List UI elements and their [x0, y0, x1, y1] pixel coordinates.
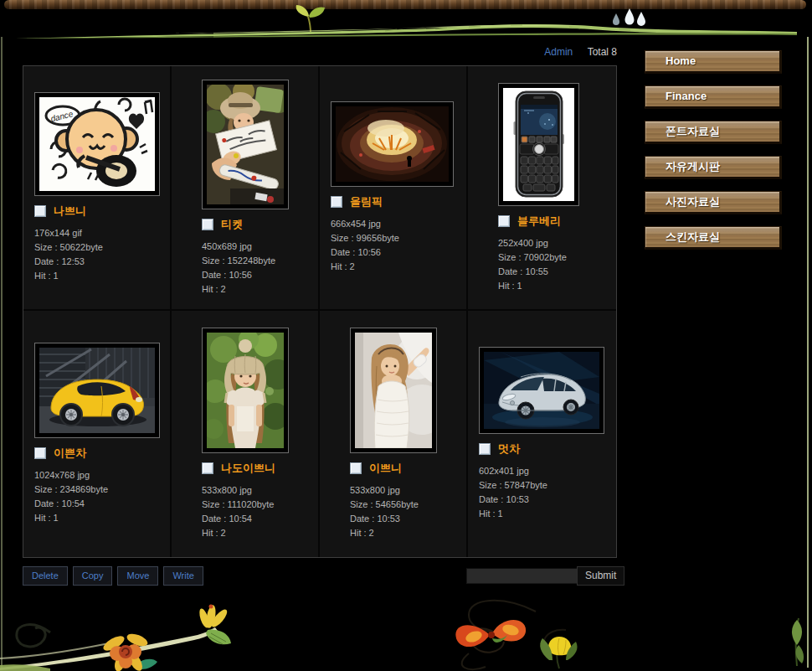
item-hit: Hit : 1	[34, 269, 103, 283]
item-size: Size : 152248byte	[202, 254, 275, 268]
item-info: 1024x768 jpg Size : 234869byte Date : 10…	[34, 468, 108, 525]
gallery-cell: 올림픽 666x454 jpg Size : 99656byte Date : …	[320, 66, 468, 311]
page: Admin Total 8 Home Finance 폰트자료실 자유게시판 사…	[0, 0, 812, 671]
item-title-row: 티켓	[202, 217, 243, 232]
item-date: Date : 10:54	[34, 497, 108, 511]
sidebar-item-font-archive[interactable]: 폰트자료실	[645, 121, 782, 144]
item-date: Date : 12:53	[34, 255, 103, 269]
item-checkbox[interactable]	[34, 447, 46, 459]
item-info: 252x400 jpg Size : 70902byte Date : 10:5…	[498, 236, 567, 293]
item-info: 450x689 jpg Size : 152248byte Date : 10:…	[202, 240, 275, 297]
girl-knit-hat-image	[207, 333, 284, 448]
item-date: Date : 10:56	[331, 245, 399, 260]
gallery-cell: 멋차 602x401 jpg Size : 57847byte Date : 1…	[468, 311, 616, 557]
sidebar-item-photo-archive[interactable]: 사진자료실	[645, 191, 782, 214]
grass-decoration	[0, 21, 812, 41]
item-title-link[interactable]: 나도이쁘니	[221, 461, 275, 476]
item-checkbox[interactable]	[479, 443, 491, 455]
gallery-cell: 나도이쁘니 533x800 jpg Size : 111020byte Date…	[172, 311, 320, 557]
item-info: 533x800 jpg Size : 111020byte Date : 10:…	[202, 483, 274, 540]
sidebar-item-free-board[interactable]: 자유게시판	[645, 156, 782, 179]
item-hit: Hit : 1	[498, 279, 567, 293]
item-title-row: 나쁘니	[34, 204, 86, 219]
item-date: Date : 10:53	[479, 493, 547, 507]
silver-van-image	[484, 352, 599, 429]
girl-white-dress-image	[355, 333, 432, 448]
item-dimensions: 176x144 gif	[34, 226, 103, 240]
left-edge-line	[1, 37, 3, 668]
gallery-cell: 이쁜차 1024x768 jpg Size : 234869byte Date …	[23, 311, 172, 557]
thumbnail-girl-white-dress[interactable]	[350, 328, 437, 453]
olympic-stadium-image	[336, 106, 449, 182]
thumbnail-girl-knit-hat[interactable]	[202, 328, 289, 453]
thumbnail-yellow-car[interactable]	[34, 343, 160, 438]
ticket-girl-image	[207, 85, 284, 204]
item-date: Date : 10:56	[202, 268, 275, 282]
item-dimensions: 252x400 jpg	[498, 236, 567, 250]
write-button[interactable]: Write	[163, 566, 203, 586]
submit-button[interactable]: Submit	[577, 566, 624, 586]
item-hit: Hit : 1	[479, 507, 547, 521]
blackberry-phone-image	[503, 88, 574, 201]
thumbnail-silver-van[interactable]	[479, 347, 604, 434]
water-drop-icon	[609, 7, 650, 32]
item-checkbox[interactable]	[202, 462, 213, 474]
item-title-link[interactable]: 나쁘니	[54, 204, 86, 219]
item-title-link[interactable]: 이쁘니	[369, 461, 402, 476]
thumbnail-ticket-girl[interactable]	[202, 80, 289, 209]
sidebar: Home Finance 폰트자료실 자유게시판 사진자료실 스킨자료실	[645, 50, 782, 261]
item-title-row: 올림픽	[331, 194, 383, 209]
item-title-row: 이쁘니	[350, 461, 402, 476]
item-checkbox[interactable]	[498, 215, 510, 227]
item-info: 533x800 jpg Size : 54656byte Date : 10:5…	[350, 483, 419, 540]
admin-link[interactable]: Admin	[544, 46, 573, 58]
item-size: Size : 70902byte	[498, 250, 567, 265]
item-size: Size : 99656byte	[331, 231, 399, 245]
item-dimensions: 533x800 jpg	[350, 483, 419, 498]
action-bar: Delete Copy Move Write	[23, 566, 208, 586]
item-title-link[interactable]: 이쁜차	[54, 446, 86, 461]
copy-button[interactable]: Copy	[73, 566, 113, 586]
item-hit: Hit : 2	[350, 526, 419, 540]
yellow-car-image	[39, 348, 155, 433]
list-header: Admin Total 8	[23, 46, 617, 58]
thumbnail-blackberry-phone[interactable]	[498, 83, 579, 206]
item-title-link[interactable]: 티켓	[221, 217, 243, 232]
item-checkbox[interactable]	[202, 219, 213, 230]
sidebar-item-finance[interactable]: Finance	[645, 85, 782, 109]
item-title-row: 블루베리	[498, 214, 561, 229]
gallery-cell: dance	[23, 66, 172, 311]
monkey-cartoon-image: dance	[39, 97, 155, 191]
sidebar-item-skin-archive[interactable]: 스킨자료실	[645, 226, 782, 250]
item-title-link[interactable]: 블루베리	[517, 214, 561, 229]
delete-button[interactable]: Delete	[23, 566, 68, 586]
item-size: Size : 50622byte	[34, 240, 103, 255]
item-title-link[interactable]: 올림픽	[350, 194, 383, 209]
item-title-row: 나도이쁘니	[202, 461, 275, 476]
item-title-link[interactable]: 멋차	[498, 441, 520, 457]
item-hit: Hit : 2	[331, 260, 399, 274]
flower-branch-decoration	[0, 586, 812, 671]
item-date: Date : 10:53	[350, 512, 419, 526]
thumbnail-olympic-stadium[interactable]	[331, 101, 454, 187]
item-title-row: 멋차	[479, 441, 520, 457]
item-hit: Hit : 2	[202, 282, 275, 297]
item-checkbox[interactable]	[350, 462, 362, 474]
item-checkbox[interactable]	[331, 196, 342, 208]
gallery-cell: 티켓 450x689 jpg Size : 152248byte Date : …	[172, 66, 320, 311]
item-size: Size : 57847byte	[479, 478, 547, 493]
item-checkbox[interactable]	[34, 205, 46, 217]
search-input[interactable]	[466, 568, 578, 584]
item-info: 176x144 gif Size : 50622byte Date : 12:5…	[34, 226, 103, 283]
gallery-cell: 블루베리 252x400 jpg Size : 70902byte Date :…	[468, 66, 616, 311]
right-edge-line	[807, 37, 809, 668]
sidebar-item-home[interactable]: Home	[645, 50, 782, 74]
item-info: 666x454 jpg Size : 99656byte Date : 10:5…	[331, 217, 399, 274]
item-info: 602x401 jpg Size : 57847byte Date : 10:5…	[479, 464, 547, 521]
item-dimensions: 666x454 jpg	[331, 217, 399, 231]
item-size: Size : 111020byte	[202, 498, 274, 512]
thumbnail-monkey-cartoon[interactable]: dance	[34, 92, 160, 196]
move-button[interactable]: Move	[117, 566, 158, 586]
item-dimensions: 1024x768 jpg	[34, 468, 108, 483]
item-size: Size : 54656byte	[350, 498, 419, 512]
